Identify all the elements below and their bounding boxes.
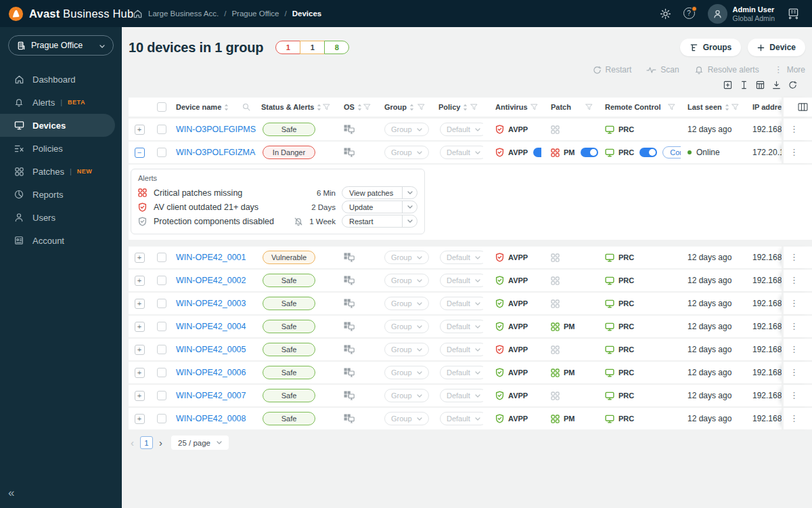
sidebar-item-users[interactable]: Users |: [0, 206, 115, 229]
device-name-link[interactable]: WIN-OPE42_0003: [176, 299, 246, 308]
help-button[interactable]: ?: [683, 7, 696, 20]
alert-action-button[interactable]: Restart: [342, 215, 418, 228]
policy-select[interactable]: Default: [440, 343, 483, 356]
row-menu-button[interactable]: ⋮: [784, 149, 798, 156]
row-checkbox[interactable]: [157, 148, 166, 157]
breadcrumb-item[interactable]: Large Business Acc.: [148, 9, 219, 18]
header-cell[interactable]: IP address: [744, 98, 782, 117]
row-menu-button[interactable]: ⋮: [784, 346, 798, 353]
table-icon[interactable]: [756, 81, 765, 91]
expand-row-button[interactable]: +: [135, 253, 145, 263]
policy-select[interactable]: Default: [440, 412, 483, 425]
restart-action[interactable]: Restart: [593, 64, 632, 76]
group-select[interactable]: Group: [384, 146, 429, 159]
row-checkbox[interactable]: [157, 391, 166, 400]
group-select[interactable]: Group: [384, 274, 429, 287]
row-checkbox[interactable]: [157, 125, 166, 134]
row-checkbox[interactable]: [157, 414, 166, 423]
header-cell[interactable]: Last seen: [681, 98, 744, 117]
sort-icon[interactable]: [463, 104, 468, 111]
row-checkbox[interactable]: [157, 276, 166, 285]
row-checkbox[interactable]: [157, 345, 166, 354]
header-cell[interactable]: Antivirus: [483, 98, 541, 117]
header-cell[interactable]: Group: [376, 98, 430, 117]
funnel-icon[interactable]: [363, 104, 371, 110]
policy-select[interactable]: Default: [440, 251, 483, 264]
sort-icon[interactable]: [317, 104, 321, 111]
sidebar-item-alerts[interactable]: Alerts | BETA: [0, 91, 115, 114]
row-menu-button[interactable]: ⋮: [784, 415, 798, 422]
header-cell[interactable]: Remote Control: [598, 98, 681, 117]
user-menu[interactable]: Admin User Global Admin: [708, 4, 775, 24]
remote-control-toggle[interactable]: [639, 148, 657, 157]
funnel-icon[interactable]: [323, 104, 330, 110]
funnel-icon[interactable]: [418, 104, 425, 110]
expand-row-button[interactable]: +: [135, 276, 145, 286]
device-name-link[interactable]: WIN-OPE42_0002: [176, 276, 246, 285]
header-cell[interactable]: Status & Alerts: [256, 98, 336, 117]
prev-page-button[interactable]: ‹: [131, 437, 134, 448]
header-cell[interactable]: Device name: [173, 98, 256, 117]
column-settings-icon[interactable]: [798, 103, 812, 111]
expand-row-button[interactable]: +: [135, 414, 145, 424]
patch-toggle[interactable]: [581, 148, 598, 157]
group-select[interactable]: Group: [384, 389, 429, 402]
group-select[interactable]: Group: [384, 320, 429, 333]
more-action[interactable]: ⋮More: [774, 64, 805, 76]
policy-select[interactable]: Default: [440, 320, 483, 333]
funnel-icon[interactable]: [585, 104, 593, 110]
header-cell[interactable]: Patch: [541, 98, 598, 117]
sidebar-item-reports[interactable]: Reports |: [0, 183, 115, 206]
row-menu-button[interactable]: ⋮: [784, 369, 798, 376]
row-checkbox[interactable]: [157, 253, 166, 262]
header-cell[interactable]: Policy: [430, 98, 483, 117]
alert-action-button[interactable]: View patches: [342, 186, 418, 199]
sidebar-item-patches[interactable]: Patches | NEW: [0, 160, 115, 183]
sort-icon[interactable]: [725, 104, 729, 111]
current-page[interactable]: 1: [140, 436, 153, 449]
next-page-button[interactable]: ›: [159, 437, 162, 448]
row-menu-button[interactable]: ⋮: [784, 300, 798, 307]
expand-row-button[interactable]: +: [135, 345, 145, 355]
group-select[interactable]: Group: [384, 297, 429, 310]
sort-icon[interactable]: [409, 104, 414, 111]
policy-select[interactable]: Default: [440, 366, 483, 379]
row-menu-button[interactable]: ⋮: [784, 254, 798, 261]
search-icon[interactable]: [242, 103, 250, 111]
policy-select[interactable]: Default: [440, 274, 483, 287]
row-menu-button[interactable]: ⋮: [784, 277, 798, 284]
add-column-icon[interactable]: [723, 81, 732, 91]
expand-row-button[interactable]: −: [135, 148, 145, 158]
alert-action-button[interactable]: Update: [342, 200, 418, 213]
group-select[interactable]: Group: [384, 343, 429, 356]
group-select[interactable]: Group: [384, 412, 429, 425]
funnel-icon[interactable]: [731, 104, 739, 110]
group-select[interactable]: Group: [384, 251, 429, 264]
row-checkbox[interactable]: [157, 299, 166, 308]
connect-button[interactable]: Connect: [662, 146, 681, 158]
page-size-select[interactable]: 25 / page: [171, 436, 229, 450]
column-width-icon[interactable]: [740, 81, 748, 91]
breadcrumb-item[interactable]: Devices: [292, 9, 321, 18]
row-menu-button[interactable]: ⋮: [784, 392, 798, 399]
expand-row-button[interactable]: +: [135, 125, 145, 135]
device-name-link[interactable]: WIN-OPE42_0004: [176, 322, 246, 331]
row-menu-button[interactable]: ⋮: [784, 126, 798, 133]
device-name-link[interactable]: WIN-O3POLFGIPMS: [176, 125, 256, 134]
policy-select[interactable]: Default: [440, 146, 483, 159]
policy-select[interactable]: Default: [440, 297, 483, 310]
refresh-icon[interactable]: [788, 81, 797, 91]
group-select[interactable]: Group: [384, 123, 429, 136]
device-name-link[interactable]: WIN-OPE42_0007: [176, 391, 246, 400]
home-icon[interactable]: [133, 9, 143, 19]
funnel-icon[interactable]: [668, 104, 675, 110]
download-icon[interactable]: [772, 81, 781, 91]
resolve-alerts-action[interactable]: Resolve alerts: [694, 64, 759, 76]
sidebar-item-policies[interactable]: Policies |: [0, 137, 115, 160]
company-switch-icon[interactable]: [787, 8, 800, 20]
expand-row-button[interactable]: +: [135, 299, 145, 309]
device-name-link[interactable]: WIN-O3POLFGIZMA: [176, 148, 255, 157]
sort-icon[interactable]: [224, 104, 229, 111]
device-name-link[interactable]: WIN-OPE42_0008: [176, 414, 246, 423]
funnel-icon[interactable]: [470, 104, 478, 110]
